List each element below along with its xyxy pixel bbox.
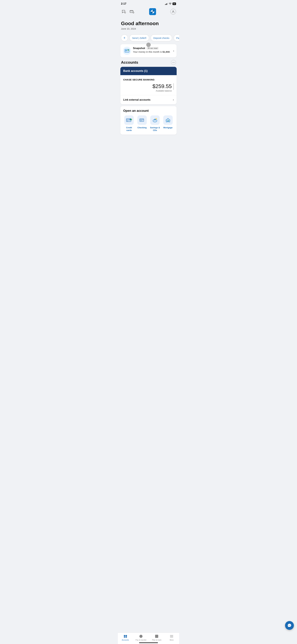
status-icons: 54 <box>165 2 176 5</box>
open-account-checking[interactable]: Checking <box>136 116 148 132</box>
plan-track-nav-label: Plan & track <box>152 639 161 641</box>
svg-rect-2 <box>130 10 133 12</box>
svg-rect-38 <box>126 636 127 638</box>
savings-label: Savings & CDs <box>149 126 161 132</box>
svg-rect-24 <box>140 121 142 121</box>
svg-rect-30 <box>167 121 169 122</box>
bank-account-name: CHASE SECURE BANKING <box>123 78 174 81</box>
header-nav: + + <box>118 6 179 17</box>
nav-more[interactable]: More <box>167 634 176 641</box>
svg-rect-37 <box>124 636 125 638</box>
status-bar: 2:17 54 <box>118 0 179 6</box>
more-nav-label: More <box>170 639 174 641</box>
add-button[interactable]: + <box>121 34 128 41</box>
snapshot-arrow-icon: › <box>173 49 174 52</box>
snapshot-indicator-dot <box>146 42 151 47</box>
open-account-mortgage[interactable]: Mortgage <box>162 116 174 132</box>
svg-rect-20 <box>140 119 144 122</box>
nav-accounts[interactable]: Accounts <box>121 634 130 641</box>
available-balance-label: Available balance <box>152 90 172 92</box>
snapshot-icon: $ <box>123 47 131 55</box>
nav-pay-transfer[interactable]: Pay & transfer <box>136 634 147 641</box>
accounts-more-button[interactable]: ⋯ <box>171 60 176 65</box>
bank-accounts-card: Bank accounts (1) CHASE SECURE BANKING $… <box>120 67 177 104</box>
battery-icon: 54 <box>173 2 176 5</box>
accounts-nav-icon <box>123 634 127 638</box>
svg-text:+: + <box>133 12 134 13</box>
send-zelle-button[interactable]: Send | Zelle® <box>129 34 149 41</box>
bank-accounts-header-text: Bank accounts (1) <box>123 69 174 73</box>
pay-bills-button[interactable]: Pay bills <box>174 34 179 41</box>
open-account-savings[interactable]: Savings & CDs <box>149 116 161 132</box>
open-account-title: Open an account <box>123 109 174 112</box>
snapshot-card[interactable]: $ Snapshot 30 sec read Your money in thi… <box>120 44 177 58</box>
svg-rect-10 <box>125 50 127 51</box>
open-account-grid: Credit cards Checking <box>123 116 174 132</box>
credit-card-icon <box>124 116 134 125</box>
snapshot-title: Snapshot <box>133 47 145 50</box>
action-buttons: + Send | Zelle® Deposit checks Pay bills <box>118 32 179 44</box>
svg-text:+: + <box>125 12 126 13</box>
link-external-accounts-row[interactable]: Link external accounts › <box>120 95 177 104</box>
svg-rect-23 <box>140 120 142 120</box>
open-account-section: Open an account Credit cards <box>120 106 177 134</box>
snapshot-description: Your money in this month is $1,940. <box>133 50 171 53</box>
link-external-arrow-icon: › <box>173 98 174 102</box>
checking-icon <box>137 116 147 125</box>
mortgage-icon <box>163 116 173 125</box>
greeting-title: Good afternoon <box>121 20 176 26</box>
svg-point-19 <box>130 119 132 120</box>
mortgage-label: Mortgage <box>163 126 173 129</box>
svg-point-7 <box>173 11 174 12</box>
bank-account-row[interactable]: CHASE SECURE BANKING $259.55 Available b… <box>120 75 177 95</box>
link-external-text: Link external accounts <box>123 98 150 101</box>
chat-icon[interactable]: + <box>121 9 127 14</box>
wifi-icon <box>169 2 172 5</box>
bank-accounts-header: Bank accounts (1) <box>120 67 177 75</box>
bank-account-balance: $259.55 <box>152 83 172 89</box>
deposit-checks-button[interactable]: Deposit checks <box>151 34 172 41</box>
nav-plan-track[interactable]: Plan & track <box>152 634 161 641</box>
snapshot-badge: 30 sec read <box>146 47 159 50</box>
svg-rect-17 <box>127 121 128 121</box>
profile-icon[interactable] <box>170 9 176 14</box>
chase-logo <box>149 8 156 16</box>
accounts-title: Accounts <box>121 60 138 64</box>
pay-transfer-nav-icon <box>139 634 143 638</box>
accounts-nav-label: Accounts <box>122 639 129 641</box>
signal-bars-icon <box>165 3 168 5</box>
svg-rect-35 <box>124 635 125 636</box>
status-time: 2:17 <box>121 2 126 5</box>
svg-rect-11 <box>125 51 126 52</box>
checking-label: Checking <box>137 126 147 129</box>
balance-indicator-bar <box>173 83 174 90</box>
greeting-date: June 10, 2024 <box>121 27 176 30</box>
add-card-icon[interactable]: + <box>129 9 135 14</box>
accounts-section: Accounts ⋯ Bank accounts (1) CHASE SECUR… <box>118 60 179 104</box>
savings-icon <box>150 116 160 125</box>
greeting-section: Good afternoon June 10, 2024 <box>118 17 179 32</box>
svg-rect-36 <box>126 635 127 636</box>
svg-rect-31 <box>168 120 169 121</box>
credit-cards-label: Credit cards <box>123 126 135 132</box>
open-account-credit-cards[interactable]: Credit cards <box>123 116 135 132</box>
pay-transfer-nav-label: Pay & transfer <box>136 639 147 641</box>
plan-track-nav-icon <box>155 634 159 638</box>
home-indicator <box>139 642 158 643</box>
more-nav-icon <box>170 634 174 638</box>
